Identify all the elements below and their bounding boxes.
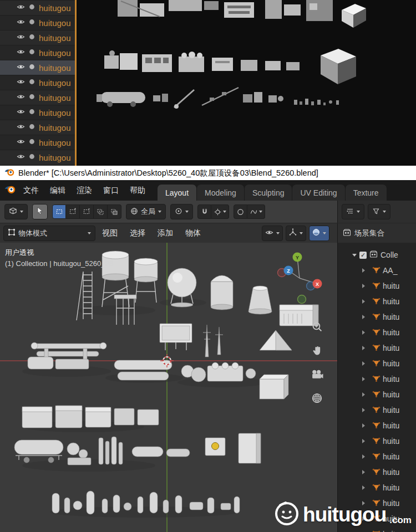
outliner-row[interactable]: huitugou: [0, 30, 75, 45]
active-tool-select-button[interactable]: [32, 204, 48, 219]
outliner-row[interactable]: huitugou: [0, 75, 75, 90]
visibility-dropdown[interactable]: [262, 226, 283, 241]
transform-orientation-dropdown[interactable]: 全局: [126, 204, 166, 219]
eye-icon[interactable]: [17, 137, 25, 147]
outliner-row[interactable]: huitugou: [0, 15, 75, 30]
select-extend-button[interactable]: [66, 204, 80, 219]
outliner-row-object[interactable]: huitu: [338, 418, 416, 433]
selectable-dot-icon[interactable]: [28, 3, 35, 13]
caret-right-icon[interactable]: [362, 392, 365, 397]
3d-viewport[interactable]: 用户透视 (1) Collection | huitugou_5260_28: [0, 243, 337, 532]
menu-add[interactable]: 添加: [152, 226, 179, 241]
outliner-row-object[interactable]: huitu: [338, 387, 416, 402]
outliner-filter-dropdown[interactable]: [368, 204, 390, 219]
caret-right-icon[interactable]: [362, 346, 365, 350]
outliner-display-mode-dropdown[interactable]: [342, 204, 364, 219]
proportional-falloff-dropdown[interactable]: [247, 204, 265, 219]
outliner-row-object[interactable]: huitu: [338, 433, 416, 449]
outliner-row-object[interactable]: huitu: [338, 449, 416, 464]
eye-icon[interactable]: [17, 78, 25, 88]
collection-checkbox[interactable]: ✓: [359, 252, 367, 259]
snap-settings-dropdown[interactable]: [211, 204, 229, 219]
eye-icon[interactable]: [17, 93, 25, 103]
outliner-row-object[interactable]: huitu: [338, 464, 416, 480]
selectable-dot-icon[interactable]: [28, 63, 35, 73]
snap-toggle-button[interactable]: [197, 204, 211, 219]
selectable-dot-icon[interactable]: [28, 48, 35, 58]
tab-texture-paint[interactable]: Texture: [346, 185, 387, 201]
outliner-row[interactable]: huitugou: [0, 135, 75, 150]
menu-render[interactable]: 渲染: [71, 183, 98, 198]
blender-menu-logo[interactable]: [4, 185, 16, 196]
caret-right-icon[interactable]: [362, 377, 365, 381]
selectable-dot-icon[interactable]: [28, 137, 35, 147]
menu-edit[interactable]: 编辑: [44, 183, 71, 198]
caret-down-icon[interactable]: [352, 254, 357, 257]
eye-icon[interactable]: [17, 152, 25, 162]
selectable-dot-icon[interactable]: [28, 122, 35, 132]
caret-right-icon[interactable]: [362, 315, 365, 319]
gizmos-dropdown[interactable]: [286, 226, 306, 241]
camera-view-button[interactable]: [310, 367, 324, 381]
caret-right-icon[interactable]: [362, 408, 365, 412]
caret-right-icon[interactable]: [362, 470, 365, 474]
menu-file[interactable]: 文件: [18, 183, 44, 198]
caret-right-icon[interactable]: [362, 439, 365, 443]
eye-icon[interactable]: [17, 33, 25, 43]
outliner-row-object[interactable]: huitu: [338, 278, 416, 294]
outliner-row-object[interactable]: huitu: [338, 309, 416, 325]
outliner-row-object[interactable]: huitu: [338, 371, 416, 387]
mode-dropdown[interactable]: 物体模式: [3, 226, 95, 241]
outliner-row[interactable]: huitugou: [0, 105, 75, 120]
select-intersect-button[interactable]: [108, 204, 121, 219]
menu-object[interactable]: 物体: [180, 226, 206, 241]
tab-uv-editing[interactable]: UV Editing: [292, 185, 344, 201]
outliner-row[interactable]: huitugou: [0, 45, 75, 60]
select-invert-button[interactable]: [94, 204, 108, 219]
selectable-dot-icon[interactable]: [28, 108, 35, 117]
eye-icon[interactable]: [17, 63, 25, 73]
tab-layout[interactable]: Layout: [158, 185, 196, 201]
eye-icon[interactable]: [17, 18, 25, 28]
outliner-row[interactable]: huitugou: [0, 90, 75, 105]
selectable-dot-icon[interactable]: [28, 18, 35, 28]
outliner-row-collection[interactable]: ✓Colle: [338, 247, 416, 263]
menu-view[interactable]: 视图: [97, 226, 123, 241]
eye-icon[interactable]: [17, 108, 25, 117]
eye-icon[interactable]: [17, 48, 25, 58]
editor-type-dropdown[interactable]: [4, 204, 28, 219]
outliner-row-object[interactable]: huitu: [338, 480, 416, 495]
outliner-row-object[interactable]: huitu: [338, 325, 416, 340]
outliner-row-object[interactable]: huitu: [338, 356, 416, 371]
menu-select[interactable]: 选择: [124, 226, 151, 241]
outliner-row[interactable]: huitugou: [0, 120, 75, 135]
menu-window[interactable]: 窗口: [98, 183, 124, 198]
caret-right-icon[interactable]: [362, 454, 365, 459]
eye-icon[interactable]: [17, 3, 25, 13]
tab-modeling[interactable]: Modeling: [197, 185, 244, 201]
caret-right-icon[interactable]: [362, 423, 365, 428]
select-subtract-button[interactable]: [80, 204, 94, 219]
pivot-point-dropdown[interactable]: [170, 204, 193, 219]
selectable-dot-icon[interactable]: [28, 93, 35, 103]
tab-sculpting[interactable]: Sculpting: [245, 185, 292, 201]
caret-right-icon[interactable]: [362, 361, 365, 366]
outliner-row[interactable]: huitugou: [0, 150, 75, 165]
caret-right-icon[interactable]: [362, 299, 365, 304]
eye-icon[interactable]: [17, 122, 25, 132]
selectable-dot-icon[interactable]: [28, 78, 35, 88]
caret-right-icon[interactable]: [362, 485, 365, 490]
caret-right-icon[interactable]: [362, 284, 365, 288]
outliner-row-object[interactable]: huitu: [338, 294, 416, 309]
outliner-row[interactable]: huitugou: [0, 0, 75, 15]
outliner-row-object[interactable]: AA_: [338, 263, 416, 278]
caret-right-icon[interactable]: [362, 268, 365, 273]
selectable-dot-icon[interactable]: [28, 152, 35, 162]
select-set-button[interactable]: [52, 204, 66, 219]
selectable-dot-icon[interactable]: [28, 33, 35, 43]
shading-mode-dropdown[interactable]: [309, 226, 329, 241]
outliner-row-object[interactable]: huitu: [338, 340, 416, 356]
outliner-row-object[interactable]: huitu: [338, 402, 416, 418]
orthographic-grid-button[interactable]: [310, 391, 324, 405]
pan-hand-button[interactable]: [310, 343, 324, 357]
